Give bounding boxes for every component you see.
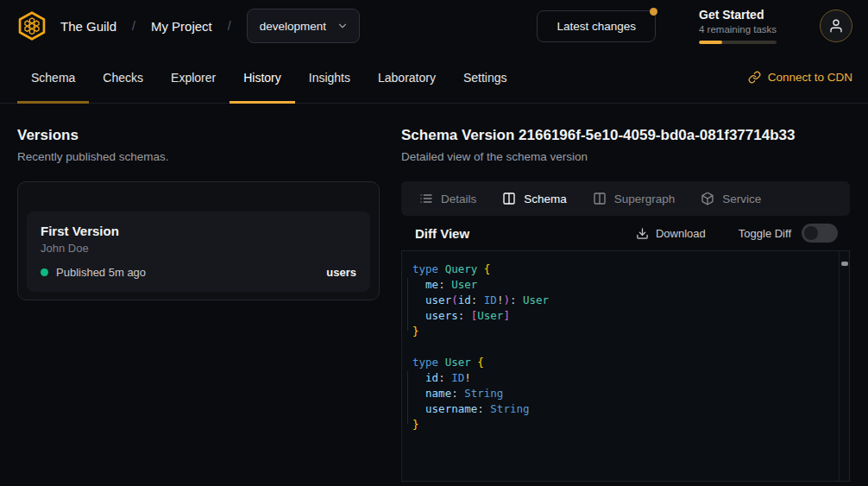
main-content: Versions Recently published schemas. Fir…: [0, 104, 868, 486]
code-line: }: [412, 324, 828, 339]
versions-panel: Versions Recently published schemas. Fir…: [17, 104, 380, 486]
hive-logo-icon[interactable]: [16, 9, 48, 42]
download-label: Download: [656, 227, 706, 240]
indent-guide: [407, 278, 408, 331]
environment-select[interactable]: development: [247, 9, 360, 43]
diff-toolbar-actions: Download Toggle Diff: [636, 224, 850, 243]
breadcrumb-separator: /: [132, 19, 135, 33]
list-icon: [419, 192, 433, 205]
code-line: user(id: ID!): User: [412, 293, 828, 308]
tab-schema[interactable]: Schema: [17, 52, 89, 103]
version-author: John Doe: [41, 242, 356, 255]
service-badge: users: [326, 266, 356, 279]
user-icon: [828, 18, 844, 34]
indent-guide: [407, 371, 408, 424]
code-line: username: String: [412, 401, 828, 417]
main-nav: Schema Checks Explorer History Insights …: [0, 52, 868, 104]
columns-icon: [502, 192, 516, 205]
link-icon: [748, 71, 761, 84]
versions-list-card: First Version John Doe Published 5m ago …: [17, 181, 380, 300]
connect-cdn-link[interactable]: Connect to CDN: [748, 52, 852, 103]
scrollbar-thumb[interactable]: [841, 262, 848, 266]
tab-insights[interactable]: Insights: [295, 52, 364, 103]
version-title: First Version: [41, 224, 356, 238]
app-root: The Guild / My Project / development Lat…: [0, 0, 868, 486]
top-bar: The Guild / My Project / development Lat…: [0, 0, 868, 52]
schema-version-title: Schema Version 2166196f-5e10-4059-bd0a-0…: [401, 127, 850, 144]
download-icon: [636, 227, 649, 240]
detail-tab-details[interactable]: Details: [406, 181, 489, 216]
version-status-row: Published 5m ago users: [41, 266, 356, 279]
code-lines[interactable]: type Query { me: User user(id: ID!): Use…: [402, 251, 849, 443]
versions-subtitle: Recently published schemas.: [17, 150, 380, 163]
tab-checks[interactable]: Checks: [89, 52, 157, 103]
diff-toolbar: Diff View Download Toggle Diff: [401, 216, 850, 250]
avatar[interactable]: [820, 9, 852, 42]
latest-changes-label: Latest changes: [557, 20, 636, 33]
latest-changes-button[interactable]: Latest changes: [537, 10, 656, 42]
version-list-item[interactable]: First Version John Doe Published 5m ago …: [27, 211, 370, 292]
code-line: type Query {: [412, 262, 828, 277]
code-line: id: ID!: [412, 370, 828, 386]
chevron-down-icon: [337, 20, 349, 32]
code-line: users: [User]: [412, 308, 828, 324]
code-line: name: String: [412, 386, 828, 401]
toggle-diff-group: Toggle Diff: [739, 224, 838, 243]
progress-fill: [699, 41, 722, 44]
schema-version-subtitle: Detailed view of the schema version: [401, 150, 850, 163]
tab-laboratory[interactable]: Laboratory: [364, 52, 450, 103]
detail-tab-label: Details: [441, 193, 476, 205]
detail-tab-schema[interactable]: Schema: [489, 181, 580, 216]
top-bar-right: Latest changes Get Started 4 remaining t…: [537, 8, 852, 44]
code-line: type User {: [412, 355, 828, 370]
published-dot: [41, 268, 48, 276]
schema-version-panel: Schema Version 2166196f-5e10-4059-bd0a-0…: [401, 104, 850, 486]
breadcrumb-org[interactable]: The Guild: [60, 19, 116, 34]
breadcrumb-separator: /: [228, 19, 231, 33]
notification-dot: [650, 8, 657, 16]
code-line: me: User: [412, 277, 828, 293]
breadcrumb: The Guild / My Project / development: [60, 9, 360, 43]
get-started-title: Get Started: [699, 8, 777, 22]
version-status: Published 5m ago: [56, 266, 146, 279]
tab-explorer[interactable]: Explorer: [157, 52, 230, 103]
connect-cdn-label: Connect to CDN: [768, 71, 852, 84]
code-line: [412, 339, 828, 355]
get-started-widget[interactable]: Get Started 4 remaining tasks: [699, 8, 777, 44]
detail-tab-label: Supergraph: [614, 193, 676, 205]
diff-toggle-switch[interactable]: [802, 224, 838, 243]
environment-select-value: development: [260, 20, 326, 33]
detail-tab-label: Service: [722, 193, 761, 205]
tab-history[interactable]: History: [230, 52, 295, 103]
code-scrollbar[interactable]: [839, 251, 849, 481]
code-block: type Query { me: User user(id: ID!): Use…: [401, 250, 850, 482]
download-button[interactable]: Download: [636, 227, 706, 240]
get-started-subtitle: 4 remaining tasks: [699, 24, 777, 35]
detail-tab-service[interactable]: Service: [688, 181, 774, 216]
code-line: }: [412, 417, 828, 432]
breadcrumb-project[interactable]: My Project: [151, 19, 212, 34]
detail-tabs: Details Schema Supergraph Service: [401, 181, 850, 216]
switch-knob: [804, 226, 818, 240]
detail-tab-label: Schema: [524, 193, 567, 205]
toggle-diff-label: Toggle Diff: [739, 227, 791, 240]
cube-icon: [701, 192, 714, 205]
progress-bar: [699, 41, 777, 44]
columns-icon: [593, 192, 607, 205]
versions-title: Versions: [17, 127, 380, 144]
detail-tab-supergraph[interactable]: Supergraph: [580, 181, 689, 216]
diff-view-title: Diff View: [415, 226, 469, 241]
tab-settings[interactable]: Settings: [450, 52, 521, 103]
